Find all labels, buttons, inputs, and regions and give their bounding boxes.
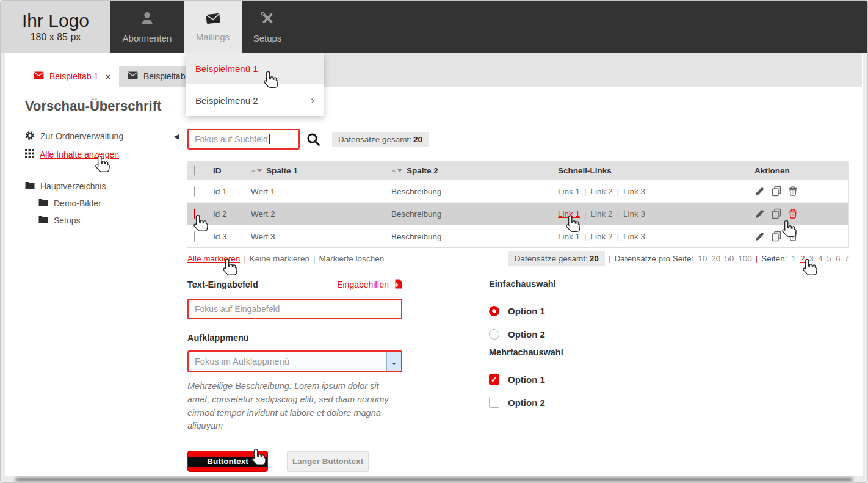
delete-selected-link[interactable]: Markierte löschen bbox=[319, 254, 385, 263]
column-header-id: ID bbox=[211, 166, 248, 175]
logo-title: Ihr Logo bbox=[22, 10, 89, 31]
tree-item-demo-bilder[interactable]: Demo-Bilder bbox=[38, 195, 179, 212]
copy-icon[interactable] bbox=[771, 186, 782, 197]
quick-link-1[interactable]: Link 1 bbox=[558, 232, 580, 241]
quick-link-2[interactable]: Link 2 bbox=[591, 187, 613, 196]
nav-label: Setups bbox=[253, 33, 282, 43]
edit-icon[interactable] bbox=[754, 186, 765, 197]
checkbox-unchecked-icon[interactable] bbox=[489, 398, 499, 408]
page-5[interactable]: 5 bbox=[826, 254, 831, 263]
row-checkbox-checked[interactable] bbox=[194, 209, 195, 219]
column-header-schnell-links: Schnell-Links bbox=[554, 166, 749, 175]
cell-spalte1: Wert 2 bbox=[248, 209, 389, 219]
separator: | bbox=[584, 232, 587, 241]
table-footer: Alle markieren|Keine markieren|Markierte… bbox=[187, 251, 849, 266]
select-none-link[interactable]: Keine markieren bbox=[250, 254, 309, 263]
quick-link-1[interactable]: Link 1 bbox=[558, 187, 580, 196]
separator: | bbox=[244, 254, 246, 263]
nav-item-setups[interactable]: Setups bbox=[242, 1, 293, 53]
sidebar-link-alle-inhalte[interactable]: Alle Inhalte anzeigen bbox=[25, 148, 179, 161]
cell-spalte1: Wert 1 bbox=[248, 187, 389, 196]
nav-item-abonnenten[interactable]: Abonnenten bbox=[110, 1, 184, 53]
separator: | bbox=[617, 209, 620, 219]
sort-icons[interactable] bbox=[251, 169, 262, 172]
tree-item-label: Setups bbox=[54, 216, 81, 225]
per-page-option-20[interactable]: 20 bbox=[711, 254, 720, 263]
separator: | bbox=[756, 254, 758, 263]
checkbox-label: Option 2 bbox=[508, 398, 545, 408]
page-2-hover[interactable]: 2 bbox=[800, 254, 805, 263]
delete-icon[interactable] bbox=[787, 186, 798, 197]
menu-item-beispielmenu-2[interactable]: Beispielmenü 2 › bbox=[186, 84, 324, 116]
radio-unchecked-icon[interactable] bbox=[489, 329, 499, 340]
cell-spalte1: Wert 3 bbox=[248, 232, 389, 241]
quick-link-2[interactable]: Link 2 bbox=[591, 209, 613, 219]
quick-link-3[interactable]: Link 3 bbox=[623, 209, 645, 219]
tools-icon bbox=[259, 10, 275, 29]
search-input-value: Fokus auf Suchfeld bbox=[195, 134, 268, 144]
app-window: Ihr Logo 180 x 85 px Abonnenten Mailings… bbox=[0, 0, 868, 483]
delete-icon-hover[interactable] bbox=[787, 208, 798, 219]
table-row: Id 1 Wert 1 Beschreibung Link 1|Link 2|L… bbox=[187, 180, 848, 202]
tree-item-setups[interactable]: Setups bbox=[38, 212, 179, 229]
quick-link-2[interactable]: Link 2 bbox=[591, 232, 613, 241]
radio-option-1[interactable]: Option 1 bbox=[489, 305, 635, 316]
copy-icon[interactable] bbox=[771, 231, 782, 242]
mailings-dropdown-menu: Beispielmenü 1 Beispielmenü 2 › bbox=[186, 53, 324, 116]
search-icon[interactable] bbox=[306, 133, 320, 147]
secondary-button[interactable]: Langer Buttontext bbox=[287, 451, 369, 472]
page-3[interactable]: 3 bbox=[809, 254, 814, 263]
checkbox-checked-icon[interactable]: ✓ bbox=[489, 374, 499, 385]
radio-checked-icon[interactable] bbox=[489, 306, 499, 316]
page-4[interactable]: 4 bbox=[818, 254, 823, 263]
page-6[interactable]: 6 bbox=[836, 254, 841, 263]
column-header-spalte2[interactable]: Spalte 2 bbox=[389, 166, 554, 175]
per-page-option-100[interactable]: 100 bbox=[738, 254, 752, 263]
sort-icons[interactable] bbox=[391, 169, 402, 172]
chevron-down-icon[interactable]: ⌄ bbox=[386, 352, 401, 371]
delete-icon[interactable] bbox=[787, 231, 798, 242]
records-total-label: Datensätze gesamt: bbox=[515, 254, 588, 263]
envelope-icon bbox=[128, 71, 138, 81]
collapse-sidebar-icon[interactable]: ◀ bbox=[174, 133, 179, 140]
copy-icon[interactable] bbox=[771, 208, 782, 219]
nav-item-mailings[interactable]: Mailings bbox=[184, 1, 242, 53]
dropdown-select[interactable]: Fokus im Aufklappmenü ⌄ bbox=[187, 350, 402, 372]
per-page-option-50[interactable]: 50 bbox=[725, 254, 734, 263]
quick-link-1-hover[interactable]: Link 1 bbox=[558, 209, 580, 219]
select-all-checkbox[interactable] bbox=[194, 165, 195, 176]
quick-link-3[interactable]: Link 3 bbox=[623, 232, 645, 241]
sidebar-link-label: Alle Inhalte anzeigen bbox=[40, 150, 179, 159]
page-7[interactable]: 7 bbox=[844, 254, 849, 263]
tree-item-hauptverzeichnis[interactable]: Hauptverzeichnis bbox=[25, 178, 179, 195]
search-input[interactable]: Fokus auf Suchfeld bbox=[187, 129, 300, 150]
quick-link-3[interactable]: Link 3 bbox=[623, 187, 645, 196]
radio-option-2[interactable]: Option 2 bbox=[489, 329, 635, 340]
tab-bar: Beispieltab 1 × Beispieltab 2 bbox=[25, 66, 203, 87]
separator: | bbox=[617, 232, 620, 241]
menu-item-beispielmenu-1[interactable]: Beispielmenü 1 bbox=[186, 53, 324, 84]
close-icon[interactable]: × bbox=[105, 71, 110, 82]
envelope-icon bbox=[34, 71, 44, 81]
column-header-spalte1[interactable]: Spalte 1 bbox=[248, 166, 389, 175]
checkbox-option-1[interactable]: ✓ Option 1 bbox=[489, 374, 635, 385]
column-header-label: Spalte 2 bbox=[407, 166, 438, 175]
text-input-field[interactable]: Fokus auf Eingabefeld bbox=[187, 299, 402, 319]
row-checkbox[interactable] bbox=[194, 231, 195, 242]
sidebar-link-ordnerverwaltung[interactable]: Zur Ordnerverwaltung ◀ bbox=[25, 130, 179, 142]
row-checkbox[interactable] bbox=[194, 186, 195, 197]
tab-beispieltab-1[interactable]: Beispieltab 1 × bbox=[25, 66, 119, 87]
page-1[interactable]: 1 bbox=[791, 254, 796, 263]
separator: | bbox=[313, 254, 316, 263]
select-all-link-hover[interactable]: Alle markieren bbox=[187, 254, 240, 263]
edit-icon[interactable] bbox=[754, 208, 765, 219]
per-page-option-10[interactable]: 10 bbox=[698, 254, 707, 263]
logo-subtitle: 180 x 85 px bbox=[31, 32, 81, 43]
edit-icon[interactable] bbox=[754, 231, 765, 242]
checkbox-option-2[interactable]: Option 2 bbox=[489, 397, 635, 408]
sidebar-link-label: Zur Ordnerverwaltung bbox=[40, 131, 168, 141]
gear-icon bbox=[25, 131, 35, 142]
table-header-row: ID Spalte 1 Spalte 2 Schnell-Links Aktio… bbox=[187, 161, 848, 180]
primary-button[interactable]: Buttontext bbox=[187, 451, 268, 472]
eingabehilfen-link[interactable]: Eingabehilfen bbox=[337, 279, 402, 291]
